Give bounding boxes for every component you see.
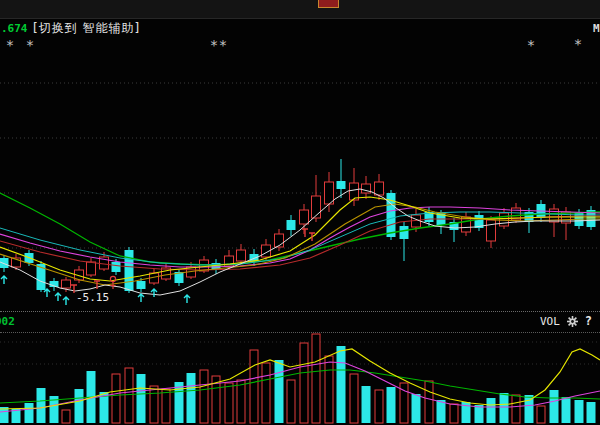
candle (125, 247, 134, 293)
flag-mark-icon (110, 282, 115, 289)
sell-mark-icon (302, 229, 308, 237)
candle (287, 215, 296, 236)
volume-bar (425, 381, 433, 423)
volume-bar (37, 388, 46, 423)
candle (350, 168, 359, 206)
volume-header-controls: VOL ? (540, 314, 592, 328)
volume-pane-header: 902 VOL ? (0, 311, 600, 333)
candle (237, 244, 246, 264)
volume-value: 902 (0, 315, 15, 328)
settings-gear-icon[interactable] (566, 315, 579, 328)
buy-arrow-icon (184, 295, 190, 303)
candle (87, 258, 96, 277)
volume-bar (187, 373, 196, 423)
buy-arrow-icon (151, 289, 157, 297)
volume-bar (200, 370, 208, 423)
volume-bar (137, 374, 146, 423)
volume-bars (0, 334, 596, 423)
volume-bar (112, 374, 120, 423)
candle (487, 216, 496, 248)
volume-bar (312, 334, 320, 423)
volume-bar (62, 410, 70, 423)
volume-bar (375, 390, 383, 423)
volume-bar (75, 389, 84, 423)
vol-indicator-label[interactable]: VOL (540, 315, 560, 328)
volume-bar (437, 400, 446, 423)
volume-bar (337, 346, 346, 423)
volume-bar (412, 394, 421, 423)
trading-app-screen: .674 [切换到 智能辅助] M -5.15****** 902 VOL ? (0, 0, 600, 425)
candle (362, 176, 371, 199)
star-marker: * (219, 37, 227, 53)
volume-bar (287, 380, 295, 423)
volume-bar (537, 406, 545, 423)
volume-bar (550, 390, 559, 423)
volume-bar (387, 387, 396, 423)
candle (450, 218, 459, 242)
star-marker: * (527, 37, 535, 53)
volume-bar (512, 395, 520, 423)
volume-bar (25, 403, 34, 423)
star-marker: * (6, 37, 14, 53)
buy-arrow-icon (55, 293, 61, 301)
candle (587, 206, 596, 230)
star-marker: * (26, 37, 34, 53)
volume-bar (175, 382, 184, 423)
candle (337, 159, 346, 198)
sell-mark-icon (309, 233, 315, 241)
candle (400, 222, 409, 261)
volume-bar (125, 368, 133, 423)
volume-bar (350, 374, 358, 423)
volume-chart[interactable] (0, 332, 600, 425)
help-icon[interactable]: ? (585, 314, 592, 328)
volume-bar (362, 386, 371, 423)
volume-bar (150, 386, 158, 423)
buy-arrow-icon (1, 276, 7, 284)
volume-bar (275, 360, 284, 423)
volume-bar (300, 343, 308, 423)
kline-chart[interactable]: -5.15****** (0, 0, 600, 312)
volume-bar (475, 405, 484, 423)
candle (462, 212, 471, 236)
volume-bar (487, 398, 496, 423)
buy-arrow-icon (63, 297, 69, 305)
candles (0, 159, 596, 293)
signal-marks (1, 229, 315, 305)
candle (37, 261, 46, 292)
volume-bar (575, 400, 584, 423)
volume-bar (237, 380, 245, 423)
volume-bar (325, 356, 333, 423)
candle (175, 269, 184, 286)
volume-bar (262, 363, 270, 423)
star-marker: * (574, 36, 582, 52)
volume-bar (450, 404, 458, 423)
volume-bar (250, 350, 258, 423)
low-price-annotation: -5.15 (76, 291, 109, 304)
volume-bar (225, 383, 233, 423)
volume-bar (587, 402, 596, 423)
volume-bar (162, 389, 170, 423)
volume-bar (562, 397, 571, 423)
volume-bar (500, 393, 509, 423)
candle (475, 211, 484, 231)
candle (325, 172, 334, 212)
buy-arrow-icon (44, 289, 50, 297)
candle (375, 174, 384, 200)
buy-arrow-icon (138, 294, 144, 302)
star-marker: * (210, 37, 218, 53)
